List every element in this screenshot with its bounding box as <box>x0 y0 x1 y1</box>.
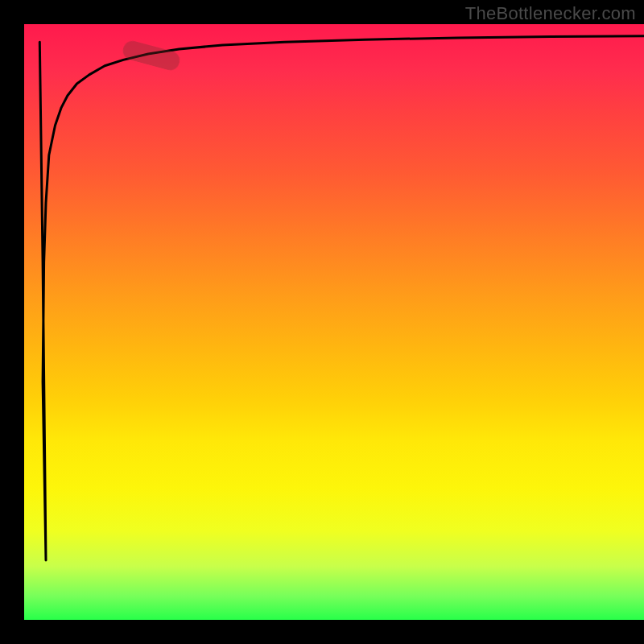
bottleneck-curve <box>24 24 644 620</box>
watermark-text: TheBottlenecker.com <box>465 3 636 24</box>
curve-path <box>39 36 644 560</box>
